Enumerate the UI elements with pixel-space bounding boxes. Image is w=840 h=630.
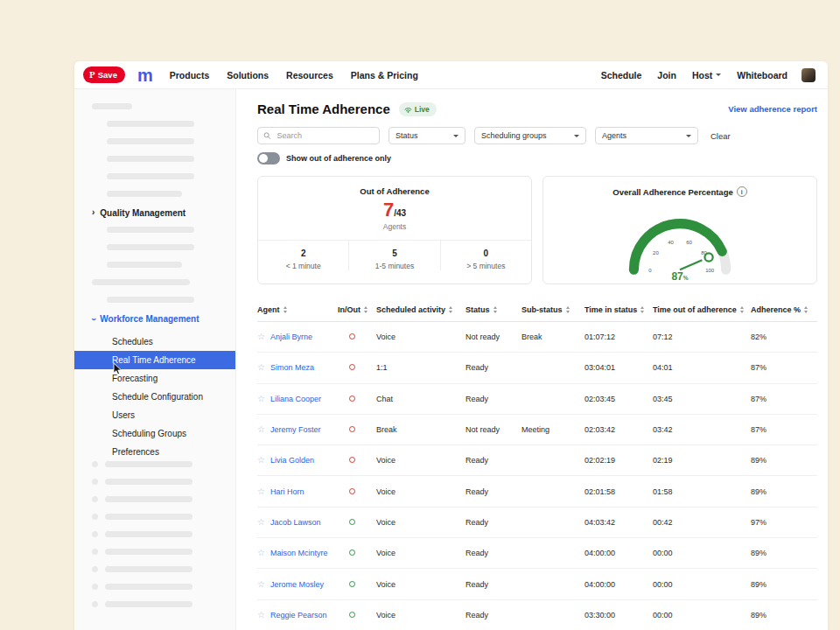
agent-cell: ☆Liliana Cooper — [257, 395, 338, 403]
card-title: Out of Adherence — [258, 186, 531, 196]
skeleton-bar — [105, 496, 192, 502]
chevron-down-icon — [574, 135, 579, 137]
agent-link[interactable]: Reggie Pearson — [270, 611, 327, 620]
nav-item-solutions[interactable]: Solutions — [227, 70, 269, 80]
sort-icon — [740, 306, 744, 313]
in-out-cell — [338, 518, 376, 527]
column-header-time-in-status[interactable]: Time in status — [584, 305, 653, 314]
star-icon[interactable]: ☆ — [257, 487, 265, 496]
column-header-sub-status[interactable]: Sub-status — [522, 305, 584, 314]
sidebar-item-scheduling-groups[interactable]: Scheduling Groups — [74, 424, 235, 443]
sidebar-item-real-time-adherence[interactable]: Real Time Adherence — [74, 351, 235, 369]
sidebar-item-forecasting[interactable]: Forecasting — [74, 369, 235, 388]
skeleton-tick — [92, 531, 98, 537]
chevron-down-icon — [716, 74, 721, 76]
table-row: ☆Jeremy FosterBreakNot readyMeeting02:03… — [257, 415, 817, 445]
column-header-status[interactable]: Status — [466, 305, 522, 314]
star-icon[interactable]: ☆ — [257, 518, 265, 527]
skeleton-tick — [92, 479, 98, 485]
skeleton-bar — [105, 601, 192, 607]
agent-cell: ☆Jerome Mosley — [257, 580, 338, 589]
column-label: Agent — [257, 305, 280, 314]
nav-item-join[interactable]: Join — [657, 70, 676, 80]
in-out-cell — [338, 580, 376, 589]
star-icon[interactable]: ☆ — [257, 363, 265, 372]
skeleton-bar — [107, 297, 194, 303]
agent-link[interactable]: Simon Meza — [270, 363, 314, 372]
nav-item-schedule[interactable]: Schedule — [601, 70, 642, 80]
dropdown-scheduling-groups[interactable]: Scheduling groups — [474, 127, 586, 144]
column-header-in-out[interactable]: In/Out — [338, 305, 376, 314]
column-header-adherence[interactable]: Adherence % — [751, 305, 817, 314]
breakdown-value: 2 — [258, 248, 348, 258]
star-icon[interactable]: ☆ — [257, 456, 265, 465]
skeleton-bar — [107, 191, 182, 197]
agent-link[interactable]: Jacob Lawson — [270, 518, 321, 527]
in-out-cell — [338, 332, 376, 341]
nav-item-products[interactable]: Products — [170, 70, 210, 80]
nav-item-plans-pricing[interactable]: Plans & Pricing — [351, 70, 418, 80]
dropdown-status[interactable]: Status — [388, 127, 466, 144]
skeleton-bar — [105, 531, 192, 537]
gauge-tick-label: 20 — [653, 250, 659, 256]
nav-item-resources[interactable]: Resources — [286, 70, 333, 80]
info-icon[interactable]: i — [737, 186, 747, 197]
star-icon[interactable]: ☆ — [257, 549, 265, 557]
agent-link[interactable]: Livia Golden — [270, 456, 314, 465]
agent-link[interactable]: Liliana Cooper — [270, 395, 321, 403]
star-icon[interactable]: ☆ — [257, 395, 265, 403]
pinterest-save-button[interactable]: P Save — [83, 66, 125, 83]
agent-link[interactable]: Hari Horn — [270, 487, 304, 496]
sort-icon — [494, 306, 497, 313]
skeleton-bar — [107, 262, 182, 268]
agent-link[interactable]: Maison Mcintyre — [270, 549, 328, 557]
sidebar-skeleton-top — [92, 103, 235, 197]
table-header: AgentIn/OutScheduled activityStatusSub-s… — [257, 298, 817, 322]
sort-icon — [640, 306, 644, 313]
toggle-row: Show out of adherence only — [257, 152, 817, 164]
star-icon[interactable]: ☆ — [257, 611, 265, 620]
sidebar-item-schedules[interactable]: Schedules — [74, 332, 235, 351]
agent-cell: ☆Simon Meza — [257, 363, 338, 372]
skeleton-bar — [107, 121, 194, 127]
show-out-of-adherence-toggle[interactable] — [257, 152, 280, 164]
agent-cell: ☆Livia Golden — [257, 456, 338, 465]
dropdown-agents[interactable]: Agents — [595, 127, 698, 144]
adherence-table: AgentIn/OutScheduled activityStatusSub-s… — [257, 298, 817, 630]
status-cell: Ready — [466, 456, 522, 465]
column-header-agent[interactable]: Agent — [257, 305, 338, 314]
column-header-scheduled-activity[interactable]: Scheduled activity — [376, 305, 466, 314]
time-in-status-cell: 04:00:00 — [584, 580, 653, 589]
star-icon[interactable]: ☆ — [257, 425, 265, 434]
activity-cell: Voice — [376, 580, 466, 589]
avatar[interactable] — [802, 68, 816, 82]
sidebar-item-schedule-configuration[interactable]: Schedule Configuration — [74, 388, 235, 406]
time-in-status-cell: 03:30:00 — [584, 611, 653, 620]
miro-logo[interactable]: m — [137, 66, 152, 84]
in-out-indicator — [349, 396, 355, 402]
column-header-time-out-of-adherence[interactable]: Time out of adherence — [653, 305, 751, 314]
sidebar-section-quality-management[interactable]: › Quality Management — [92, 208, 235, 218]
skeleton-row — [92, 549, 235, 555]
agent-link[interactable]: Jerome Mosley — [270, 580, 324, 589]
search-input[interactable] — [257, 127, 380, 144]
nav-item-whiteboard[interactable]: Whiteboard — [737, 70, 788, 80]
view-adherence-report-link[interactable]: View adherence report — [728, 104, 817, 114]
star-icon[interactable]: ☆ — [257, 580, 265, 589]
clear-filters-button[interactable]: Clear — [710, 131, 731, 141]
adherence-gauge: 020406080100 87% — [605, 199, 755, 283]
nav-item-host[interactable]: Host — [692, 70, 721, 80]
sidebar-section-workforce-management[interactable]: › Workforce Management — [92, 314, 235, 324]
search-field[interactable] — [276, 130, 374, 141]
column-label: Adherence % — [751, 305, 801, 314]
star-icon[interactable]: ☆ — [257, 332, 265, 341]
adherence-cell: 87% — [751, 395, 817, 403]
agent-link[interactable]: Anjali Byrne — [270, 332, 312, 341]
breakdown-label: > 5 minutes — [441, 262, 531, 270]
agent-link[interactable]: Jeremy Foster — [270, 425, 321, 434]
status-cell: Ready — [466, 549, 522, 557]
sidebar-item-preferences[interactable]: Preferences — [74, 443, 235, 461]
filter-bar: StatusScheduling groupsAgents Clear — [257, 127, 817, 144]
sidebar-item-users[interactable]: Users — [74, 406, 235, 424]
card-title: Overall Adherence Percentage i — [543, 186, 816, 197]
